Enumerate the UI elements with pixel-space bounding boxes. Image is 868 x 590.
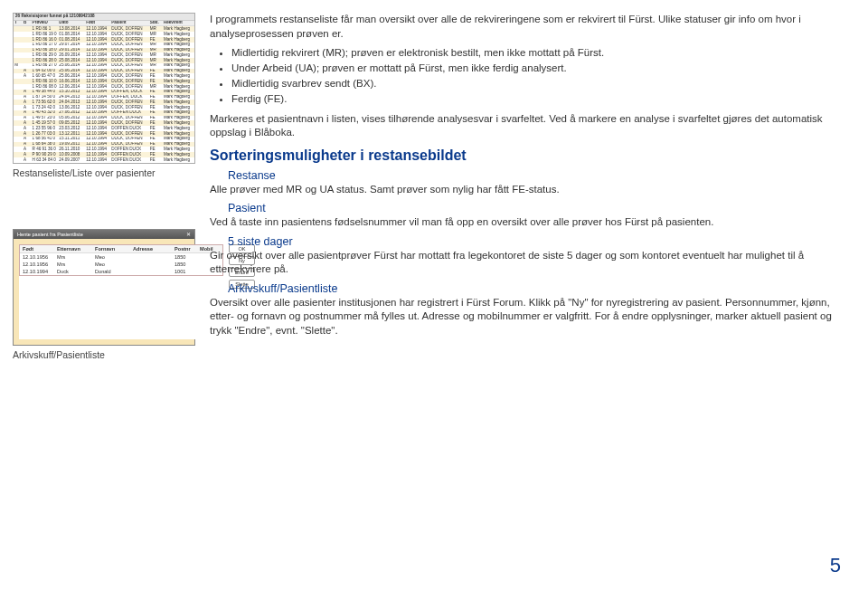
restanseliste-table: 26 Rekvisisjoner funnet på 12109942108 T…	[13, 13, 195, 164]
paragraph-pasient: Ved å taste inn pasientens fødselsnummer…	[210, 215, 844, 230]
intro-paragraph: I programmets restanseliste får man over…	[210, 13, 844, 41]
bullet: Midlertidig rekvirert (MR); prøven er el…	[231, 46, 844, 61]
pasientliste-dialog: Hente pasient fra Pasientliste ✕ FødtEtt…	[13, 229, 195, 346]
list-item[interactable]: 12.10.1994DuckDonald1001	[20, 268, 222, 275]
bullet: Under Arbeid (UA); prøven er mottatt på …	[231, 62, 844, 76]
section-heading: Sorteringsmuligheter i restansebildet	[210, 148, 844, 164]
list-item[interactable]: 12.10.1956MrsMeo1850	[20, 253, 222, 261]
table-title: 26 Rekvisisjoner funnet på 12109942108	[14, 14, 194, 21]
bullet: Ferdig (FE).	[231, 92, 844, 107]
table-caption: Restanseliste/Liste over pasienter	[13, 167, 193, 178]
paragraph-5dager: Gir oversikt over alle pasientprøver Für…	[210, 249, 844, 277]
intro2-paragraph: Markeres et pasientnavn i listen, vises …	[210, 112, 844, 140]
bullet: Midlertidig svarbrev sendt (BX).	[231, 77, 844, 91]
list-item[interactable]: 12.10.1956MrsMeo1850	[20, 261, 222, 268]
sub-heading-arkiv: Arkivskuff/Pasientliste	[228, 282, 844, 295]
sub-heading-restanse: Restanse	[228, 169, 844, 182]
page-number: 5	[830, 554, 841, 577]
paragraph-restanse: Alle prøver med MR og UA status. Samt pr…	[210, 183, 844, 197]
sub-heading-5dager: 5 siste dager	[228, 235, 844, 248]
table-row[interactable]: AH 63 34 84 024.09.200712.10.1994DOFFEN …	[14, 157, 194, 163]
paragraph-arkiv: Oversikt over alle pasienter institusjon…	[210, 296, 844, 338]
dialog-caption: Arkivskuff/Pasientliste	[13, 349, 193, 360]
sub-heading-pasient: Pasient	[228, 202, 844, 214]
close-icon[interactable]: ✕	[186, 232, 191, 237]
dialog-title: Hente pasient fra Pasientliste	[17, 232, 83, 237]
body-text: I programmets restanseliste får man over…	[210, 13, 844, 360]
